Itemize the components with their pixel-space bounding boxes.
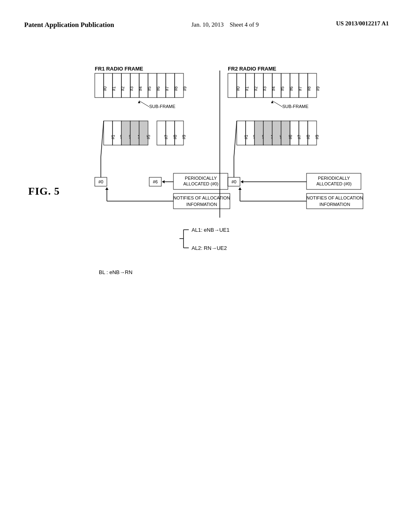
svg-rect-66 [272,73,281,98]
svg-rect-14 [157,73,166,98]
svg-marker-55 [105,187,108,190]
svg-rect-68 [281,73,290,98]
svg-rect-35 [166,121,175,145]
svg-text:#9: #9 [316,86,320,91]
svg-rect-106 [307,193,363,209]
svg-text:#9: #9 [182,135,186,139]
svg-text:SUB-FRAME: SUB-FRAME [149,104,175,109]
svg-text:#4: #4 [271,86,276,91]
svg-line-77 [272,101,282,107]
svg-text:#3: #3 [129,86,134,91]
svg-text:SUB-FRAME: SUB-FRAME [282,104,309,109]
svg-text:#9: #9 [315,135,319,139]
svg-rect-4 [113,73,121,98]
svg-text:INFORMATION: INFORMATION [319,202,350,207]
svg-rect-12 [148,73,157,98]
svg-rect-58 [237,73,246,98]
figure-label: FIG. 5 [28,185,60,197]
svg-rect-25 [113,121,121,145]
svg-marker-111 [238,187,242,190]
svg-text:#8: #8 [306,135,311,139]
svg-text:#5: #5 [280,135,284,139]
svg-rect-10 [139,73,148,98]
svg-text:#4: #4 [138,135,142,139]
svg-rect-2 [104,73,113,98]
svg-text:#1: #1 [111,135,115,139]
svg-marker-49 [162,180,165,183]
svg-text:#1: #1 [244,135,248,139]
svg-text:#8: #8 [173,135,177,139]
svg-text:#8: #8 [174,86,178,91]
svg-rect-87 [272,121,281,145]
fr2-label: FR2 RADIO FRAME [228,66,276,72]
svg-rect-97 [228,177,240,186]
svg-rect-6 [121,73,130,98]
svg-text:#0: #0 [103,86,107,91]
svg-rect-23 [104,121,113,145]
svg-rect-83 [254,121,263,145]
svg-rect-64 [263,73,272,98]
header-date: Jan. 10, 2013 [191,21,223,28]
svg-text:AL2: RN→UE2: AL2: RN→UE2 [192,245,227,251]
svg-rect-45 [173,173,228,189]
svg-rect-89 [281,121,290,145]
svg-rect-37 [175,121,184,145]
svg-rect-33 [157,121,166,145]
svg-text:#6: #6 [289,86,294,91]
svg-marker-105 [241,180,243,183]
svg-text:#5: #5 [146,135,151,139]
svg-rect-50 [173,193,230,209]
svg-text:#5: #5 [147,86,152,91]
svg-rect-0 [95,73,104,98]
svg-rect-85 [263,121,272,145]
svg-rect-60 [246,73,254,98]
svg-rect-101 [307,173,361,189]
header-date-sheet: Jan. 10, 2013 Sheet 4 of 9 [191,20,259,29]
svg-text:#6: #6 [156,86,161,91]
svg-rect-72 [299,73,308,98]
svg-text:#4: #4 [271,135,275,139]
svg-text:NOTIFIES OF ALLOCATION: NOTIFIES OF ALLOCATION [307,195,363,200]
svg-text:#6: #6 [153,179,158,184]
svg-rect-43 [149,177,161,186]
svg-rect-70 [290,73,299,98]
svg-text:#1: #1 [245,86,249,91]
svg-text:#2: #2 [121,86,125,91]
svg-text:#3: #3 [263,86,267,91]
svg-rect-93 [299,121,308,145]
svg-rect-39 [95,177,107,186]
svg-text:#1: #1 [112,86,116,91]
svg-text:INFORMATION: INFORMATION [186,202,217,207]
fr1-label: FR1 RADIO FRAME [95,66,143,72]
svg-text:#7: #7 [165,86,169,91]
svg-marker-22 [138,101,140,103]
page-header: Patent Application Publication Jan. 10, … [0,20,413,30]
svg-text:#0: #0 [98,179,103,184]
svg-text:ALLOCATED (#0): ALLOCATED (#0) [316,181,351,186]
svg-text:BL  : eNB→RN: BL : eNB→RN [99,269,132,275]
svg-text:#0: #0 [232,179,236,184]
svg-line-21 [139,101,149,107]
svg-marker-78 [271,101,273,103]
svg-text:#0: #0 [236,86,240,91]
publication-title: Patent Application Publication [24,20,114,30]
svg-text:AL1: eNB→UE1: AL1: eNB→UE1 [192,227,229,233]
svg-text:PERIODICALLY: PERIODICALLY [318,176,350,181]
svg-rect-31 [139,121,148,145]
svg-text:#7: #7 [297,135,302,139]
svg-text:#2: #2 [254,86,258,91]
svg-line-42 [101,121,104,157]
svg-rect-27 [121,121,130,145]
svg-rect-8 [130,73,139,98]
svg-rect-18 [175,73,184,98]
patent-number: US 2013/0012217 A1 [336,20,389,27]
svg-text:#4: #4 [138,86,143,91]
svg-rect-29 [130,121,139,145]
svg-text:NOTIFIES OF ALLOCATION: NOTIFIES OF ALLOCATION [173,195,230,200]
svg-text:ALLOCATED (#0): ALLOCATED (#0) [183,181,218,186]
svg-rect-81 [246,121,254,145]
svg-text:#3: #3 [262,135,266,139]
svg-text:#6: #6 [288,135,293,139]
svg-text:#2: #2 [253,135,257,139]
svg-rect-16 [166,73,175,98]
